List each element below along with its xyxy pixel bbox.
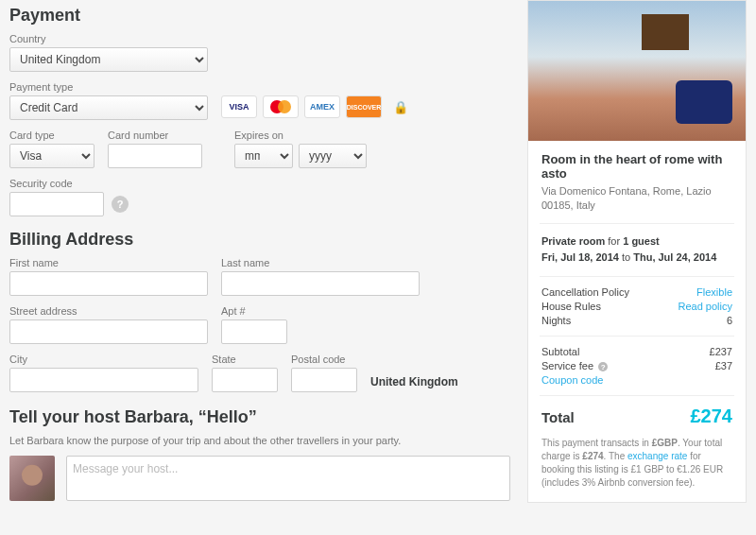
state-input[interactable] xyxy=(212,368,278,392)
card-number-label: Card number xyxy=(108,129,202,141)
city-label: City xyxy=(9,354,198,365)
card-brands: VISA AMEX DISCOVER 🔒 xyxy=(221,95,408,118)
expires-month-select[interactable]: mm xyxy=(234,144,293,168)
first-name-label: First name xyxy=(9,257,208,268)
cancel-policy-link[interactable]: Flexible xyxy=(696,286,732,298)
billing-country-display: United Kingdom xyxy=(370,375,458,392)
postal-label: Postal code xyxy=(291,354,357,365)
subtotal-value: £237 xyxy=(710,346,732,357)
country-select[interactable]: United Kingdom xyxy=(9,47,208,72)
listing-thumbnail xyxy=(528,1,746,141)
discover-badge: DISCOVER xyxy=(346,95,382,118)
host-message-input[interactable] xyxy=(66,456,510,501)
fine-print: This payment transacts in £GBP. Your tot… xyxy=(541,437,732,490)
security-code-input[interactable] xyxy=(9,192,104,216)
house-rules-link[interactable]: Read policy xyxy=(679,301,732,312)
total-label: Total xyxy=(541,409,575,425)
state-label: State xyxy=(212,354,278,365)
fee-label: Service fee ? xyxy=(541,360,608,372)
first-name-input[interactable] xyxy=(9,271,208,296)
listing-address: Via Domenico Fontana, Rome, Lazio 00185,… xyxy=(541,184,732,214)
payment-heading: Payment xyxy=(9,6,510,26)
host-heading: Tell your host Barbara, “Hello” xyxy=(9,407,510,427)
country-label: Country xyxy=(9,33,208,44)
total-value: £274 xyxy=(691,406,733,427)
mastercard-badge xyxy=(263,95,299,118)
nights-label: Nights xyxy=(541,315,571,326)
billing-heading: Billing Address xyxy=(9,230,510,250)
house-rules-label: House Rules xyxy=(541,301,601,312)
exchange-rate-link[interactable]: exchange rate xyxy=(627,451,687,461)
street-input[interactable] xyxy=(9,319,208,344)
last-name-label: Last name xyxy=(221,257,420,268)
fee-help-icon[interactable]: ? xyxy=(598,362,608,371)
security-code-label: Security code xyxy=(9,178,510,189)
fee-value: £37 xyxy=(715,360,732,372)
postal-input[interactable] xyxy=(291,368,357,392)
apt-label: Apt # xyxy=(221,305,287,317)
visa-badge: VISA xyxy=(221,95,257,118)
street-label: Street address xyxy=(9,305,208,317)
card-type-label: Card type xyxy=(9,129,94,141)
coupon-link[interactable]: Coupon code xyxy=(541,374,603,386)
summary-panel: Room in the heart of rome with asto Via … xyxy=(527,0,747,503)
cancel-policy-label: Cancellation Policy xyxy=(541,286,629,298)
city-input[interactable] xyxy=(9,368,198,392)
payment-type-select[interactable]: Credit Card xyxy=(9,95,208,120)
security-help-icon[interactable]: ? xyxy=(112,196,129,213)
host-avatar xyxy=(9,456,55,501)
last-name-input[interactable] xyxy=(221,271,420,296)
listing-title: Room in the heart of rome with asto xyxy=(541,152,732,181)
card-number-input[interactable] xyxy=(108,144,202,168)
payment-type-label: Payment type xyxy=(9,81,208,93)
amex-badge: AMEX xyxy=(304,95,340,118)
card-type-select[interactable]: Visa xyxy=(9,144,94,168)
stay-meta: Private room for 1 guest Fri, Jul 18, 20… xyxy=(541,233,732,267)
nights-value: 6 xyxy=(727,315,732,326)
host-description: Let Barbara know the purpose of your tri… xyxy=(9,435,510,446)
expires-label: Expires on xyxy=(234,129,376,141)
lock-icon: 🔒 xyxy=(393,100,408,114)
subtotal-label: Subtotal xyxy=(541,346,579,357)
apt-input[interactable] xyxy=(221,319,287,344)
expires-year-select[interactable]: yyyy xyxy=(299,144,367,168)
